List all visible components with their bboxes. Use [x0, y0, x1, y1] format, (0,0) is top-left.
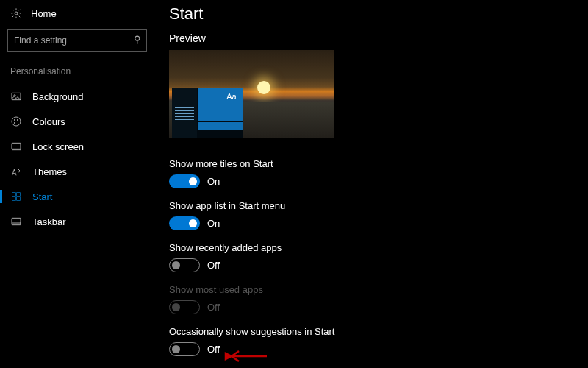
toggle-show-app-list[interactable]: [169, 216, 200, 230]
setting-show-app-list: Show app list in Start menu On: [169, 200, 588, 230]
sidebar-item-colours[interactable]: Colours: [0, 109, 154, 134]
search-input[interactable]: [7, 29, 147, 52]
sidebar-item-label: Lock screen: [32, 141, 84, 152]
svg-rect-12: [12, 218, 21, 224]
setting-recently-added: Show recently added apps Off: [169, 242, 588, 272]
setting-label: Show most used apps: [169, 284, 588, 295]
svg-rect-11: [17, 197, 21, 201]
palette-icon: [10, 116, 22, 127]
sidebar-item-label: Themes: [32, 166, 67, 177]
setting-most-used: Show most used apps Off: [169, 284, 588, 314]
toggle-show-more-tiles[interactable]: [169, 174, 200, 188]
svg-rect-9: [17, 193, 21, 197]
svg-point-4: [14, 119, 15, 120]
svg-point-0: [15, 12, 18, 15]
toggle-state: On: [207, 218, 220, 229]
sidebar-item-lock-screen[interactable]: Lock screen: [0, 134, 154, 159]
setting-label: Show recently added apps: [169, 242, 588, 253]
toggle-state: On: [207, 176, 220, 187]
toggle-state: Off: [207, 260, 220, 271]
home-label: Home: [31, 8, 57, 19]
setting-suggestions: Occasionally show suggestions in Start O…: [169, 326, 588, 356]
svg-point-5: [17, 119, 18, 120]
gear-icon: [10, 7, 22, 19]
sidebar-item-themes[interactable]: Themes: [0, 159, 154, 184]
picture-icon: [10, 91, 22, 102]
home-button[interactable]: Home: [0, 3, 154, 24]
start-preview: Aa: [169, 50, 334, 142]
sidebar-item-background[interactable]: Background: [0, 84, 154, 109]
toggle-suggestions[interactable]: [169, 342, 200, 356]
preview-heading: Preview: [169, 32, 588, 44]
sidebar-item-taskbar[interactable]: Taskbar: [0, 209, 154, 234]
themes-icon: [10, 166, 22, 177]
setting-label: Show more tiles on Start: [169, 158, 588, 169]
setting-label: Occasionally show suggestions in Start: [169, 326, 588, 337]
section-header: Personalisation: [0, 63, 154, 84]
sidebar-item-start[interactable]: Start: [0, 184, 154, 209]
search-box[interactable]: ⚲: [7, 29, 147, 52]
lock-screen-icon: [10, 141, 22, 152]
preview-tile-aa: Aa: [220, 88, 243, 105]
toggle-recently-added[interactable]: [169, 258, 200, 272]
main-content: Start Preview Aa Show more tiles: [154, 0, 588, 368]
settings-sidebar: Home ⚲ Personalisation Background Colour…: [0, 0, 154, 368]
sidebar-item-label: Start: [32, 191, 52, 202]
svg-point-3: [12, 117, 21, 126]
svg-point-6: [14, 122, 15, 123]
page-title: Start: [169, 4, 588, 24]
toggle-state: Off: [207, 302, 220, 313]
svg-rect-7: [12, 143, 21, 149]
setting-label: Show app list in Start menu: [169, 200, 588, 211]
search-icon: ⚲: [134, 34, 141, 45]
setting-show-more-tiles: Show more tiles on Start On: [169, 158, 588, 188]
svg-rect-10: [12, 197, 16, 201]
svg-rect-8: [12, 193, 16, 197]
svg-point-2: [14, 95, 15, 96]
sidebar-item-label: Background: [32, 91, 83, 102]
start-icon: [10, 191, 22, 202]
toggle-most-used: [169, 300, 200, 314]
sidebar-item-label: Colours: [32, 116, 65, 127]
toggle-state: Off: [207, 344, 220, 355]
sidebar-item-label: Taskbar: [32, 216, 66, 227]
taskbar-icon: [10, 216, 22, 227]
